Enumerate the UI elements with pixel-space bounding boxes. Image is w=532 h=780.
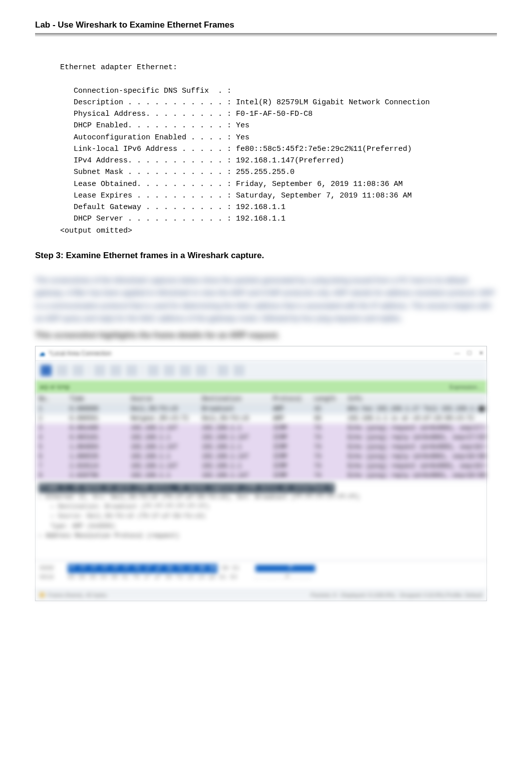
toolbar-find-icon[interactable]	[148, 365, 159, 376]
console-line: DHCP Server . . . . . . . . . . . : 192.…	[60, 215, 286, 223]
toolbar-columns-icon[interactable]	[233, 365, 244, 376]
toolbar-zoom-icon[interactable]	[217, 365, 228, 376]
maximize-button[interactable]: ☐	[467, 350, 472, 356]
wireshark-window: *Local Area Connection — ☐ ✕	[35, 346, 487, 601]
console-line: IPv4 Address. . . . . . . . . . . : 192.…	[60, 156, 344, 165]
blurred-content: The screenshots of the Wireshark capture…	[35, 272, 496, 601]
console-line: Physical Address. . . . . . . . . : F0-1…	[60, 110, 313, 118]
close-button[interactable]: ✕	[479, 350, 483, 356]
col-header-protocol[interactable]: Protocol	[270, 396, 311, 403]
console-line: Description . . . . . . . . . . . : Inte…	[60, 98, 430, 107]
blurred-paragraph: The screenshots of the Wireshark capture…	[35, 272, 496, 328]
toolbar-restart-icon[interactable]	[73, 365, 84, 376]
status-left-text: Frame (frame), 42 bytes	[48, 592, 107, 598]
toolbar-prev-icon[interactable]	[164, 365, 175, 376]
packet-row[interactable]: 72.019114192.168.1.147192.168.1.1ICMP74E…	[36, 462, 486, 471]
status-dot-icon	[40, 593, 45, 598]
page-title: Lab - Use Wireshark to Examine Ethernet …	[35, 20, 497, 30]
packet-row[interactable]: 40.003101192.168.1.1192.168.1.147ICMP74E…	[36, 433, 486, 443]
detail-line[interactable]: Ethernet II, Src: Dell_50:fd:c8 (f0:1f:a…	[39, 493, 483, 502]
col-header-time[interactable]: Time	[67, 396, 128, 403]
packet-row[interactable]: 82.020796192.168.1.1192.168.1.147ICMP74E…	[36, 471, 486, 481]
console-line: DHCP Enabled. . . . . . . . . . . : Yes	[60, 121, 249, 130]
col-header-destination[interactable]: Destination	[199, 396, 270, 403]
col-header-info[interactable]: Info	[345, 396, 486, 403]
packet-row[interactable]: 51.004894192.168.1.147192.168.1.1ICMP74E…	[36, 443, 486, 452]
packet-details[interactable]: Frame 1: 42 bytes on wire (336 bits), 42…	[36, 481, 486, 560]
packet-row[interactable]: 10.000000Dell_50:fd:c8BroadcastARP42Who …	[36, 405, 486, 414]
toolbar-separator	[212, 365, 212, 376]
console-line: Autoconfiguration Enabled . . . . : Yes	[60, 133, 249, 142]
console-line: Default Gateway . . . . . . . . . : 192.…	[60, 203, 286, 212]
toolbar-next-icon[interactable]	[180, 365, 191, 376]
console-line: Lease Obtained. . . . . . . . . . : Frid…	[60, 180, 403, 188]
col-header-no[interactable]: No.	[36, 396, 67, 403]
header-divider	[35, 33, 497, 37]
detail-line[interactable]: Destination: Broadcast (ff:ff:ff:ff:ff:f…	[51, 502, 483, 512]
console-line: Lease Expires . . . . . . . . . . : Satu…	[60, 191, 412, 200]
detail-line[interactable]: Source: Dell_50:fd:c8 (f0:1f:af:50:fd:c8…	[51, 512, 483, 521]
hex-row[interactable]: 0010 08 00 06 04 00 01 f0 1f af 50 fd c8…	[40, 573, 482, 582]
titlebar: *Local Area Connection — ☐ ✕	[36, 346, 486, 361]
col-header-source[interactable]: Source	[128, 396, 199, 403]
toolbar-separator	[89, 365, 89, 376]
toolbar-close-icon[interactable]	[126, 365, 137, 376]
filter-input[interactable]: arp or icmp	[40, 383, 70, 391]
toolbar	[36, 361, 486, 380]
console-line: Connection-specific DNS Suffix . :	[60, 87, 231, 95]
output-omitted: <output omitted>	[60, 227, 132, 235]
minimize-button[interactable]: —	[454, 350, 460, 356]
packet-row[interactable]: 61.006535192.168.1.1192.168.1.147ICMP74E…	[36, 452, 486, 462]
detail-line[interactable]: Address Resolution Protocol (request)	[39, 531, 483, 541]
toolbar-open-icon[interactable]	[94, 365, 105, 376]
console-line: Link-local IPv6 Address . . . . . : fe80…	[60, 145, 412, 153]
filter-expression-button[interactable]: Expression…	[450, 384, 482, 390]
detail-line[interactable]: Type: ARP (0x0806)	[51, 522, 483, 531]
detail-line[interactable]: Frame 1: 42 bytes on wire (336 bits), 42…	[39, 483, 335, 493]
packet-row[interactable]: 30.001408192.168.1.147192.168.1.1ICMP74E…	[36, 424, 486, 433]
toolbar-goto-icon[interactable]	[196, 365, 207, 376]
console-output: Ethernet adapter Ethernet: Connection-sp…	[60, 62, 497, 237]
packet-list[interactable]: No. Time Source Destination Protocol Len…	[36, 394, 486, 481]
col-header-length[interactable]: Length	[311, 396, 345, 403]
hex-row[interactable]: 0000ff ff ff ff ff ff f0 1f af 50 fd c8 …	[40, 564, 482, 573]
console-line: Subnet Mask . . . . . . . . . . . : 255.…	[60, 168, 295, 176]
toolbar-save-icon[interactable]	[110, 365, 121, 376]
filter-bar: arp or icmp Expression…	[36, 380, 486, 394]
toolbar-start-icon[interactable]	[41, 365, 52, 376]
wireshark-icon	[39, 350, 46, 357]
status-right-text: Packets: 8 · Displayed: 8 (100.0%) · Dro…	[311, 592, 482, 598]
blurred-caption: This screenshot highlights the frame det…	[35, 331, 496, 340]
packet-row[interactable]: 20.000581Netgear_99:c5:72Dell_50:fd:c8AR…	[36, 414, 486, 424]
statusbar: Frame (frame), 42 bytes Packets: 8 · Dis…	[36, 589, 486, 601]
adapter-heading: Ethernet adapter Ethernet:	[60, 63, 177, 72]
window-title: *Local Area Connection	[49, 350, 111, 357]
packet-list-header: No. Time Source Destination Protocol Len…	[36, 394, 486, 405]
toolbar-stop-icon[interactable]	[57, 365, 68, 376]
toolbar-separator	[142, 365, 143, 376]
step-heading: Step 3: Examine Ethernet frames in a Wir…	[35, 251, 497, 261]
hex-dump[interactable]: 0000ff ff ff ff ff ff f0 1f af 50 fd c8 …	[36, 560, 486, 589]
